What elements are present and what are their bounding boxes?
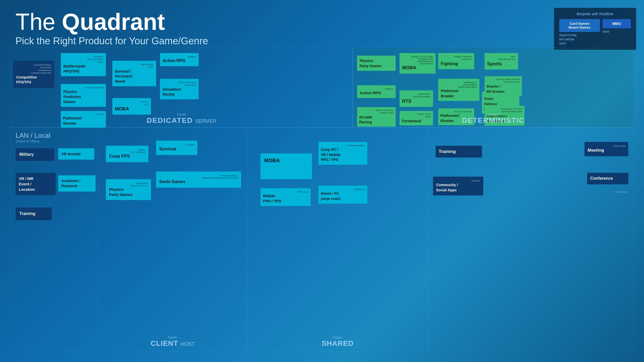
rts-box[interactable]: WARCRAFTAGE OF EMPIRES RTS [400, 90, 433, 107]
bespoke-title: Bespoke with Realtime [559, 12, 631, 16]
sim-racing-box[interactable]: ASSETTO CORSAMOBILISTA SimulationRacing [160, 79, 199, 99]
turnbased-box[interactable]: CHESS GOLFPOOL Turnbased [400, 111, 433, 125]
physics-prediction-box[interactable]: ROCKET LEAGUE PhysicsPredictionGames [61, 84, 106, 107]
conference-box[interactable]: Conference [587, 173, 628, 184]
bespoke-panel: Bespoke with Realtime Card GamesBoard Ga… [554, 8, 636, 50]
moba-top-box[interactable]: DOTA 2LOL MOBA [112, 98, 151, 115]
battleroyale-box[interactable]: FORTNITEAPEX LEGENDSPUBG BattleroyaleFPS… [61, 53, 106, 76]
platformer-shooter-top-box[interactable]: SOLDAT Platformer/Shooter [61, 111, 106, 128]
action-rpg-det-box[interactable]: DIABLO Action RPG [357, 85, 396, 98]
military-box[interactable]: Military [16, 148, 54, 161]
lan-label: LAN / Local (Online & Offline) [16, 132, 50, 143]
page-subtitle: Pick the Right Product for Your Game/Gen… [15, 36, 208, 47]
title-area: The Quadrant Pick the Right Product for … [15, 10, 208, 47]
card-games-board-games[interactable]: Card GamesBoard Games [559, 19, 600, 32]
mmo-card[interactable]: MMO [603, 19, 631, 28]
meeting-box[interactable]: SPACE HUB Meeting [584, 142, 628, 156]
competitive-fps-box[interactable]: COUNTERSTRIKEVALORANTOVERWATCHGARENA FRE… [13, 61, 54, 88]
souls-games-box[interactable]: APEX DARK SOULSREMNANT: FROM THE ASHES (… [156, 171, 241, 188]
coop-fps-box[interactable]: PORTALLEFT FOR DEAD Coop FPS [106, 146, 148, 162]
survival-bot-box[interactable]: VALHEIM Survival [156, 141, 197, 155]
physics-party-bot-box[interactable]: PARTY PANICHUMAN: FALL FLAT PhysicsParty… [106, 179, 151, 200]
coop-pc-vr-box[interactable]: PHASMOPHOBIA Coop PC /VR / MobileFPS / T… [318, 142, 367, 165]
fighting-box[interactable]: STREET FIGHTERHERO VS Fighting [438, 53, 474, 69]
vr-arcade-box[interactable]: VR Arcade [58, 148, 94, 160]
arcade-racing-box[interactable]: NEED FOR SPEEDMARIO KART ArcadeRacing [357, 107, 396, 127]
academic-research-box[interactable]: Academic /Research [58, 175, 96, 192]
page-title: The Quadrant [15, 10, 208, 33]
community-social-box[interactable]: VR CHAT Community /Social Apps [433, 177, 483, 195]
training-bot-box[interactable]: Training [436, 146, 482, 158]
physics-party-det-box[interactable]: PhysicsParty Games [357, 56, 396, 71]
action-rpg-top-box[interactable]: DIABLO Action RPG [160, 53, 199, 66]
training-lan-box[interactable]: Training [16, 208, 52, 220]
brawler-br-box[interactable]: BATTLELANDS ROYALESTUMBLE GUYS Brawler /… [485, 76, 522, 96]
mobile-pc-large-box[interactable]: AMONG US Mobile / PC(large scale) [318, 186, 367, 204]
vr-mr-event-box[interactable]: VR / MREvent /Location [16, 173, 56, 195]
sports-box[interactable]: FIFASOCCER BATTLE Sports [485, 53, 518, 70]
survival-persistent-box[interactable]: THE FORESTRUST Survival /PersistentWorld [112, 61, 156, 86]
mobile-fps-box[interactable]: PIXELGUN MobileFPS / TPS [260, 188, 311, 206]
moba-shared-box[interactable]: MOBA [260, 153, 312, 179]
recroom-label: RECROOM [615, 191, 627, 193]
moba-det-box[interactable]: HEROES OF THE STORMPOKEMON UNITEAWESOMEN… [400, 53, 436, 74]
platformer-brawler-box[interactable]: BRAWLHALLALEGO BRAWLSSUPER SMASH BROS Pl… [438, 79, 479, 101]
